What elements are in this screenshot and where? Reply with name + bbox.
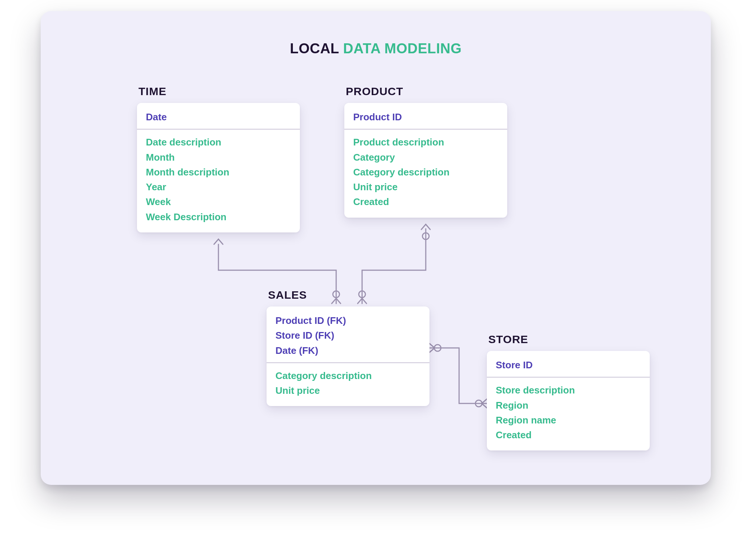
divider <box>344 129 507 130</box>
entity-sales-key-1: Store ID (FK) <box>275 328 421 343</box>
entity-time-key-0: Date <box>146 110 291 124</box>
entity-time-attr-1: Month <box>146 150 291 165</box>
entity-time-title: TIME <box>137 85 300 98</box>
entity-store-card: Store ID Store description Region Region… <box>487 351 650 450</box>
entity-store-attr-0: Store description <box>496 383 641 398</box>
entity-product-card: Product ID Product description Category … <box>344 103 507 218</box>
entity-sales: SALES Product ID (FK) Store ID (FK) Date… <box>267 289 429 406</box>
circle-sales-out <box>434 345 441 351</box>
crowfoot-time <box>214 239 223 244</box>
entity-store-attr-3: Created <box>496 428 641 442</box>
stage: LOCAL DATA MODELING <box>0 0 756 533</box>
entity-time-attr-3: Year <box>146 180 291 194</box>
entity-time-attr-0: Date description <box>146 135 291 150</box>
entity-product-attr-1: Category <box>353 150 498 165</box>
entity-product-attr-0: Product description <box>353 135 498 150</box>
entity-product-attr-2: Category description <box>353 165 498 180</box>
divider <box>267 362 429 363</box>
entity-time-card: Date Date description Month Month descri… <box>137 103 300 232</box>
title-part-2: DATA MODELING <box>343 41 462 56</box>
entity-store-title: STORE <box>487 333 650 346</box>
entity-time-attr-4: Week <box>146 194 291 209</box>
entity-store: STORE Store ID Store description Region … <box>487 333 650 450</box>
edge-sales-store <box>429 348 487 403</box>
diagram-panel: LOCAL DATA MODELING <box>41 11 711 485</box>
entity-time: TIME Date Date description Month Month d… <box>137 85 300 232</box>
entity-sales-card: Product ID (FK) Store ID (FK) Date (FK) … <box>267 306 429 406</box>
crowfoot-sales-out <box>429 343 435 352</box>
entity-product-attr-4: Created <box>353 194 498 209</box>
entity-product: PRODUCT Product ID Product description C… <box>344 85 507 218</box>
entity-sales-attr-1: Unit price <box>275 383 421 398</box>
entity-sales-title: SALES <box>267 289 429 301</box>
entity-time-attr-2: Month description <box>146 165 291 180</box>
entity-store-attr-2: Region name <box>496 413 641 428</box>
entity-store-key-0: Store ID <box>496 358 641 372</box>
crowfoot-store-in <box>482 399 487 408</box>
circle-store-in <box>475 400 482 407</box>
divider <box>487 377 650 378</box>
diagram-title: LOCAL DATA MODELING <box>41 41 711 57</box>
crowfoot-product <box>421 224 430 229</box>
title-part-1: LOCAL <box>290 41 343 56</box>
entity-store-attr-1: Region <box>496 398 641 413</box>
entity-time-attr-5: Week Description <box>146 209 291 224</box>
entity-sales-key-2: Date (FK) <box>275 343 421 358</box>
entity-product-title: PRODUCT <box>344 85 507 98</box>
circle-product <box>422 233 429 239</box>
entity-product-attr-3: Unit price <box>353 180 498 194</box>
entity-sales-key-0: Product ID (FK) <box>275 313 421 328</box>
divider <box>137 129 300 130</box>
entity-sales-attr-0: Category description <box>275 368 421 383</box>
entity-product-key-0: Product ID <box>353 110 498 124</box>
